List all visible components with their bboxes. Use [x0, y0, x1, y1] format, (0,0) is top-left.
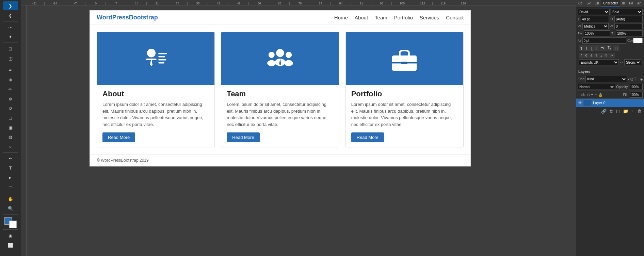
- color-swatch[interactable]: [633, 38, 643, 43]
- fmt-superscript[interactable]: Ts: [599, 45, 606, 51]
- layer-group-btn[interactable]: 📁: [622, 108, 629, 114]
- blur-tool[interactable]: ◍: [3, 132, 18, 141]
- card-team-button[interactable]: Read More: [227, 132, 259, 142]
- leading-input[interactable]: [614, 16, 643, 22]
- baseline-input[interactable]: [582, 37, 626, 44]
- color-swatches[interactable]: [4, 217, 17, 228]
- card-about-image: [97, 32, 214, 85]
- layer-new-btn[interactable]: +: [630, 108, 635, 114]
- hand-tool[interactable]: ✋: [3, 194, 18, 203]
- lock-all-icon[interactable]: 🔒: [598, 93, 602, 97]
- filter-smart-icon[interactable]: ◈: [640, 77, 643, 81]
- svg-rect-6: [158, 62, 164, 63]
- path-select-tool[interactable]: ▸: [3, 173, 18, 182]
- layer-delete-btn[interactable]: 🗑: [636, 108, 643, 114]
- fmt-allcaps[interactable]: TT: [613, 45, 619, 51]
- layer-item[interactable]: 👁 Layer 0: [576, 99, 644, 107]
- nav-about[interactable]: About: [355, 15, 368, 20]
- blend-row: Normal Opacity:: [576, 83, 644, 91]
- lasso-tool[interactable]: ⋯: [3, 23, 18, 32]
- scale-h-input[interactable]: [584, 30, 611, 36]
- fmt-subscript[interactable]: Ts: [606, 45, 612, 51]
- fmt-sigma[interactable]: σ: [584, 53, 589, 58]
- tab-character[interactable]: Character: [601, 0, 620, 7]
- nav-team[interactable]: Team: [375, 15, 387, 20]
- shape-tool[interactable]: ▭: [3, 182, 18, 191]
- font-style-select[interactable]: Bold: [611, 9, 643, 15]
- site-logo[interactable]: WordPressBootstrap: [97, 14, 158, 21]
- type-tool[interactable]: T: [3, 163, 18, 172]
- nav-home[interactable]: Home: [334, 15, 348, 20]
- filter-pixel-icon[interactable]: ▪: [628, 77, 629, 81]
- tracking-input[interactable]: [614, 23, 643, 29]
- fmt-underline[interactable]: T: [589, 45, 594, 51]
- kind-select[interactable]: Kind: [585, 76, 627, 82]
- card-portfolio-button[interactable]: Read More: [351, 132, 384, 142]
- pen-tool[interactable]: ✒: [3, 154, 18, 163]
- layer-visibility-icon[interactable]: 👁: [578, 101, 582, 105]
- lock-transparent-icon[interactable]: ⊟: [587, 93, 590, 97]
- screen-mode-btn[interactable]: ⬜: [3, 241, 18, 250]
- fmt-italic[interactable]: T: [584, 45, 589, 51]
- font-family-select[interactable]: David: [578, 9, 610, 15]
- tab-ch[interactable]: Ch: [593, 0, 601, 7]
- background-color[interactable]: [9, 221, 17, 228]
- scale-v-input[interactable]: [616, 30, 643, 36]
- zoom-tool[interactable]: 🔍: [3, 204, 18, 213]
- crop-tool[interactable]: ⊡: [3, 44, 18, 53]
- layer-effects-btn[interactable]: fx: [609, 108, 614, 114]
- tab-pa[interactable]: Pa: [627, 0, 635, 7]
- layer-mask-btn[interactable]: ◻: [615, 108, 621, 114]
- eyedropper-tool[interactable]: ✒: [3, 66, 18, 75]
- filter-type-icon[interactable]: T: [634, 77, 637, 81]
- layer-link-btn[interactable]: 🔗: [600, 108, 608, 114]
- dodge-tool[interactable]: ○: [3, 142, 18, 151]
- blend-mode-select[interactable]: Normal: [578, 84, 615, 90]
- tab-in[interactable]: In: [620, 0, 627, 7]
- filter-shape-icon[interactable]: □: [637, 77, 639, 81]
- ruler-tick: 91: [351, 2, 371, 5]
- card-about-button[interactable]: Read More: [102, 132, 135, 142]
- lock-image-icon[interactable]: ✒: [591, 93, 594, 97]
- fmt-ordinal[interactable]: ɔ: [599, 53, 604, 58]
- anti-alias-select[interactable]: Strong: [624, 59, 641, 65]
- fmt-a1[interactable]: a: [589, 53, 594, 58]
- opacity-label: Opacity:: [616, 85, 629, 89]
- language-select[interactable]: English: UK: [579, 59, 619, 65]
- fmt-f[interactable]: ƒ: [579, 53, 584, 58]
- magic-wand-tool[interactable]: ✦: [3, 32, 18, 41]
- opacity-input[interactable]: [630, 84, 643, 90]
- tab-ar[interactable]: Ar: [635, 0, 643, 7]
- nav-contact[interactable]: Contact: [446, 15, 464, 20]
- nav-services[interactable]: Services: [420, 15, 439, 20]
- fmt-strikethrough[interactable]: T: [594, 45, 599, 51]
- website-frame: WordPressBootstrap Home About Team Portf…: [90, 10, 471, 166]
- kerning-select[interactable]: Metrics: [582, 23, 609, 29]
- direct-select-tool[interactable]: ❮: [3, 11, 18, 20]
- layer-thumbnail: [583, 100, 592, 106]
- fmt-arrow[interactable]: →: [609, 53, 615, 58]
- fmt-ligature[interactable]: fi: [604, 53, 609, 58]
- slice-tool[interactable]: ◫: [3, 54, 18, 63]
- tab-cc[interactable]: Cc: [576, 0, 584, 7]
- fmt-a2[interactable]: ä: [594, 53, 599, 58]
- fill-input[interactable]: [630, 92, 643, 98]
- tab-sv[interactable]: Sv: [584, 0, 593, 7]
- tab-sty[interactable]: Sty: [643, 0, 644, 7]
- heal-tool[interactable]: ⊕: [3, 75, 18, 84]
- font-size-input[interactable]: [581, 16, 609, 22]
- color-label: Color:: [627, 39, 632, 43]
- filter-adjust-icon[interactable]: ◎: [630, 77, 633, 81]
- stamp-tool[interactable]: ⊗: [3, 94, 18, 103]
- select-tool[interactable]: ❯: [3, 1, 18, 10]
- history-brush-tool[interactable]: ↺: [3, 104, 18, 113]
- mask-mode-btn[interactable]: ◉: [3, 231, 18, 240]
- svg-rect-16: [392, 62, 417, 63]
- eraser-tool[interactable]: ◻: [3, 113, 18, 122]
- nav-portfolio[interactable]: Portfolio: [394, 15, 413, 20]
- canvas-scroll[interactable]: WordPressBootstrap Home About Team Portf…: [27, 5, 576, 256]
- gradient-tool[interactable]: ▣: [3, 123, 18, 132]
- fmt-bold[interactable]: T: [579, 45, 584, 51]
- brush-tool[interactable]: ✏: [3, 85, 18, 94]
- lock-position-icon[interactable]: ✛: [595, 93, 597, 97]
